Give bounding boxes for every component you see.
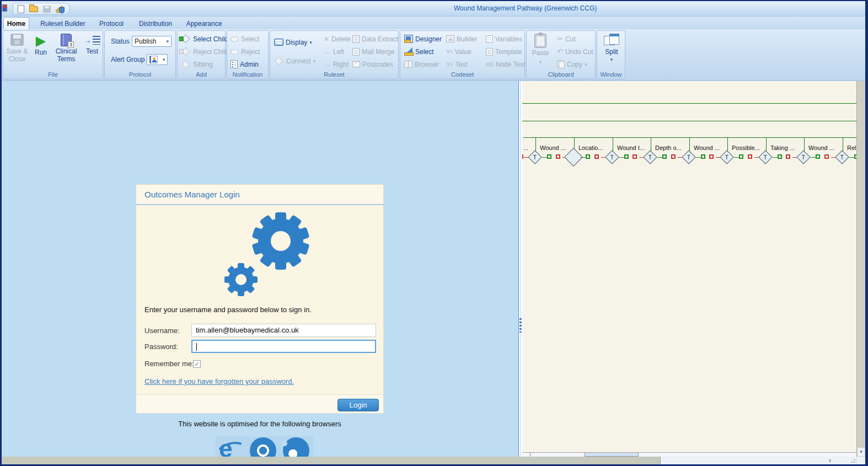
undo-cut-button[interactable]: ↶ Undo Cut <box>555 46 595 57</box>
tree-diamond[interactable]: T <box>528 150 542 164</box>
tab-protocol[interactable]: Protocol <box>95 18 127 29</box>
notification-select-button[interactable]: Select <box>229 33 261 45</box>
tab-home[interactable]: Home <box>3 17 29 30</box>
panel-splitter[interactable] <box>518 81 522 457</box>
display-button[interactable]: Display ▾ <box>272 36 314 48</box>
builder-button[interactable]: Builder <box>444 33 479 45</box>
scroll-down-arrow-icon[interactable]: ▾ <box>858 448 865 456</box>
tree-diamond[interactable]: T <box>643 150 657 164</box>
template-button[interactable]: Template <box>484 46 524 57</box>
tree-diamond[interactable]: T <box>605 150 619 164</box>
value-button[interactable]: Y1 Value <box>444 46 473 57</box>
tree-branch-line <box>522 121 856 121</box>
app-icon[interactable] <box>2 4 7 12</box>
chevron-down-icon: ▾ <box>167 39 169 44</box>
tab-appearance[interactable]: Appearance <box>184 18 224 29</box>
tree-diamond[interactable]: T <box>796 150 810 164</box>
tree-reject-square[interactable] <box>633 154 637 159</box>
split-button[interactable]: Split ▾ <box>599 34 624 63</box>
username-input[interactable]: tim.allen@bluebaymedical.co.uk <box>191 324 376 337</box>
splitter-grip[interactable] <box>519 318 522 333</box>
tree-accept-square[interactable] <box>662 154 667 159</box>
connect-button[interactable]: Connect ▾ <box>272 55 317 67</box>
tree-reject-square[interactable] <box>786 154 790 159</box>
main-horizontal-scrollbar[interactable]: › <box>2 457 865 464</box>
right-button[interactable]: → Right <box>322 58 350 70</box>
group-caption-protocol: Protocol <box>105 71 175 79</box>
browser-button[interactable]: Browser <box>403 58 441 70</box>
tree-diamond[interactable]: T <box>758 150 772 164</box>
clinical-terms-button[interactable]: 3 Clinical Terms <box>52 34 81 63</box>
tree-accept-square[interactable] <box>701 154 705 159</box>
left-arrow-icon: ← <box>324 47 331 56</box>
save-icon[interactable] <box>43 6 51 13</box>
tree-reject-square[interactable] <box>671 154 676 159</box>
chevron-down-icon: ▾ <box>163 57 165 62</box>
tab-distribution[interactable]: Distribution <box>135 18 176 29</box>
tree-accept-square[interactable] <box>586 154 590 159</box>
tree-accept-square[interactable] <box>547 154 551 159</box>
pathway-canvas[interactable]: ... Wound ... T Locatio... Wound I... T … <box>522 81 856 452</box>
clinical-terms-icon: 3 <box>61 34 72 46</box>
resize-grip[interactable] <box>851 458 856 463</box>
data-extract-button[interactable]: Data Extract <box>351 33 400 45</box>
notification-reject-button[interactable]: Reject <box>229 46 261 57</box>
pathway-horizontal-scrollbar[interactable] <box>522 452 856 457</box>
tree-reject-square[interactable] <box>522 154 523 159</box>
split-window-icon <box>604 34 619 47</box>
variables-button[interactable]: Variables <box>484 33 524 45</box>
display-icon <box>274 39 283 46</box>
reject-child-button[interactable]: Reject Child <box>179 46 231 57</box>
mail-merge-button[interactable]: Mail Merge <box>351 46 396 57</box>
ribbon-group-window: Split ▾ Window <box>597 30 625 79</box>
cut-button[interactable]: ✂ Cut <box>555 33 577 45</box>
status-combobox[interactable]: Publish ▾ <box>132 36 172 47</box>
delete-button[interactable]: ✕ Delete <box>322 33 352 45</box>
tree-reject-square[interactable] <box>824 154 829 159</box>
postcodes-button[interactable]: Postcodes <box>351 58 395 70</box>
paste-clipboard-icon <box>534 34 546 48</box>
ribbon-group-add: Select Child Reject Child Sibling Add <box>177 30 226 79</box>
tree-reject-square[interactable] <box>594 154 599 159</box>
quick-access-toolbar <box>13 3 70 15</box>
login-button[interactable]: Login <box>337 399 379 411</box>
tree-reject-square[interactable] <box>709 154 714 159</box>
tree-diamond[interactable]: T <box>720 150 733 164</box>
tree-diamond[interactable]: T <box>682 150 695 164</box>
tree-accept-square[interactable] <box>778 154 782 159</box>
copy-button[interactable]: Copy ▾ <box>555 58 589 70</box>
node-text-icon: ab| <box>486 61 494 67</box>
notification-admin-button[interactable]: Admin <box>229 58 260 70</box>
tree-reject-square[interactable] <box>556 154 560 159</box>
tree-node-label: ... <box>523 144 528 151</box>
open-folder-icon[interactable] <box>29 6 38 12</box>
tree-accept-square[interactable] <box>816 154 820 159</box>
test-button[interactable]: → Test <box>82 34 103 55</box>
text-button[interactable]: YA Text <box>444 58 469 70</box>
tab-ruleset-builder[interactable]: Ruleset Builder <box>35 18 91 29</box>
pathway-hscroll-thumb[interactable] <box>585 453 639 457</box>
hscroll-thumb[interactable] <box>2 457 661 464</box>
tree-accept-square[interactable] <box>624 154 629 159</box>
alert-group-picker[interactable]: ▾ <box>147 54 168 65</box>
ribbon-group-codeset: Designer Select Browser Builder Y1 Value… <box>400 30 525 79</box>
tree-accept-square[interactable] <box>739 154 743 159</box>
scroll-right-arrow-icon[interactable]: › <box>829 457 831 464</box>
designer-button[interactable]: Designer <box>403 33 443 45</box>
select-child-button[interactable]: Select Child <box>179 33 230 45</box>
new-document-icon[interactable] <box>18 5 24 13</box>
forgot-password-link[interactable]: Click here if you have forgotten your pa… <box>144 377 294 385</box>
codeset-select-button[interactable]: Select <box>403 46 435 57</box>
tree-diamond[interactable]: T <box>835 150 849 164</box>
run-button[interactable]: ▶ Run <box>31 34 51 56</box>
tree-reject-square[interactable] <box>748 154 752 159</box>
save-close-button[interactable]: Save & Close <box>4 34 30 63</box>
sibling-button[interactable]: Sibling <box>179 58 215 70</box>
wizard-icon[interactable] <box>56 5 65 13</box>
paste-button[interactable]: Paste ▾ <box>529 34 552 66</box>
node-text-button[interactable]: ab| Node Text <box>484 58 527 70</box>
vertical-scrollbar[interactable]: ▾ <box>856 81 865 457</box>
left-button[interactable]: ← Left <box>322 46 346 57</box>
remember-me-checkbox[interactable]: ✓ <box>193 360 201 368</box>
password-input[interactable] <box>191 340 376 353</box>
